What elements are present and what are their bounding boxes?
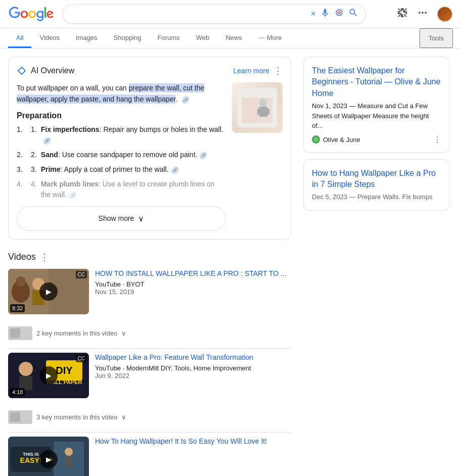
key-moments-thumb-2 bbox=[8, 410, 32, 424]
ai-overview-body: To put wallpaper on a wall, you can prep… bbox=[17, 82, 283, 231]
key-moments-thumb-1 bbox=[8, 326, 32, 340]
ai-diamond-icon bbox=[17, 66, 27, 76]
search-input[interactable]: how to put wallpaper on walls bbox=[70, 10, 306, 19]
google-logo bbox=[8, 7, 55, 22]
user-avatar[interactable] bbox=[437, 6, 453, 22]
video-duration-1: 8:32 bbox=[10, 304, 25, 312]
key-moments-label-1: 2 key moments in this video bbox=[36, 329, 117, 337]
show-more-button[interactable]: Show more ∨ bbox=[17, 206, 226, 231]
learn-more-button[interactable]: Learn more bbox=[233, 67, 269, 75]
prep-item-4-content: Mark plumb lines: Use a level to create … bbox=[41, 179, 226, 200]
preparation-list: 1. Fix imperfections: Repair any bumps o… bbox=[17, 124, 226, 200]
tab-videos[interactable]: Videos bbox=[31, 29, 68, 48]
labs-button[interactable] bbox=[396, 7, 408, 21]
more-icon: ⋯ bbox=[258, 34, 265, 41]
key-moments-chevron-2: ∨ bbox=[121, 413, 126, 421]
svg-rect-6 bbox=[257, 109, 261, 115]
prep-item-1-content: Fix imperfections: Repair any bumps or h… bbox=[41, 124, 226, 146]
main-content: AI Overview Learn more ⋮ To put wallpape… bbox=[0, 49, 461, 476]
prep-3-link-icon[interactable]: 🔗 bbox=[171, 166, 179, 174]
video-info-3: How To Hang Wallpaper! It Is So Easy You… bbox=[95, 437, 291, 476]
ai-overview-section: AI Overview Learn more ⋮ To put wallpape… bbox=[8, 57, 291, 240]
key-moments-2[interactable]: 3 key moments in this video ∨ bbox=[8, 406, 291, 428]
prep-item-4: 4. Mark plumb lines: Use a level to crea… bbox=[17, 179, 226, 200]
video-item-3: THIS IS EASY! ▶ How To Hang Wallpaper! I… bbox=[8, 437, 291, 476]
svg-rect-15 bbox=[10, 328, 20, 338]
prep-item-1: 1. Fix imperfections: Repair any bumps o… bbox=[17, 124, 226, 146]
video-cc-badge-1: CC bbox=[76, 271, 87, 278]
video-title-3[interactable]: How To Hang Wallpaper! It Is So Easy You… bbox=[95, 437, 291, 447]
prep-2-link-icon[interactable]: 🔗 bbox=[199, 152, 207, 160]
svg-rect-7 bbox=[265, 109, 269, 115]
lens-button[interactable] bbox=[334, 8, 344, 20]
video-title-1[interactable]: HOW TO INSTALL WALLPAPER LIKE A PRO : ST… bbox=[95, 269, 291, 279]
card-1-favicon: O bbox=[312, 135, 320, 144]
ai-overview-header: AI Overview Learn more ⋮ bbox=[17, 65, 283, 76]
video-thumb-3: THIS IS EASY! ▶ bbox=[8, 437, 89, 476]
prep-4-link-icon[interactable]: 🔗 bbox=[69, 192, 77, 200]
tab-more[interactable]: ⋯ More bbox=[250, 29, 290, 48]
tab-shopping[interactable]: Shopping bbox=[106, 29, 150, 48]
result-card-1: The Easiest Wallpaper for Beginners - Tu… bbox=[303, 57, 450, 153]
tab-all[interactable]: All bbox=[8, 29, 31, 48]
svg-point-13 bbox=[16, 276, 26, 287]
result-card-2: How to Hang Wallpaper Like a Pro in 7 Si… bbox=[303, 159, 450, 211]
apps-button[interactable] bbox=[417, 7, 429, 21]
tab-forums[interactable]: Forums bbox=[150, 29, 188, 48]
prep-1-link-icon[interactable]: 🔗 bbox=[43, 137, 51, 145]
video-play-button-1[interactable]: ▶ bbox=[39, 282, 58, 301]
divider-2 bbox=[8, 432, 291, 433]
video-title-2[interactable]: Wallpaper Like a Pro: Feature Wall Trans… bbox=[95, 353, 291, 363]
search-submit-button[interactable] bbox=[348, 8, 358, 20]
video-source-2: YouTube · ModernMilt DIY, Tools, Home Im… bbox=[95, 364, 291, 372]
svg-rect-31 bbox=[65, 456, 72, 467]
ai-overview-label: AI Overview bbox=[31, 66, 74, 75]
ai-intro-text: To put wallpaper on a wall, you can prep… bbox=[17, 82, 226, 105]
tab-images[interactable]: Images bbox=[68, 29, 106, 48]
ai-overview-image bbox=[232, 82, 283, 133]
ai-more-options-button[interactable]: ⋮ bbox=[273, 65, 283, 76]
ai-intro-post: . bbox=[175, 95, 177, 103]
video-source-1: YouTube · BYOT bbox=[95, 280, 291, 288]
ai-source-link-icon[interactable]: 🔗 bbox=[181, 96, 190, 104]
card-2-title[interactable]: How to Hang Wallpaper Like a Pro in 7 Si… bbox=[312, 168, 441, 191]
card-2-snippet: Dec 5, 2023 — Prepare Walls. Fix bumps bbox=[312, 192, 441, 202]
prep-number-2: 2. bbox=[31, 150, 37, 160]
card-1-more-options-button[interactable]: ⋮ bbox=[433, 135, 441, 145]
videos-section-header: Videos ⋮ bbox=[8, 252, 291, 263]
prep-item-3-content: Prime: Apply a coat of primer to the wal… bbox=[41, 164, 179, 175]
videos-section-title: Videos bbox=[8, 252, 36, 262]
card-1-title[interactable]: The Easiest Wallpaper for Beginners - Tu… bbox=[312, 65, 441, 99]
chevron-down-icon: ∨ bbox=[138, 214, 144, 223]
videos-more-options-button[interactable]: ⋮ bbox=[40, 252, 49, 263]
ai-overview-text-area: To put wallpaper on a wall, you can prep… bbox=[17, 82, 226, 231]
search-bar[interactable]: how to put wallpaper on walls × bbox=[63, 4, 366, 24]
prep-item-2: 2. Sand: Use coarse sandpaper to remove … bbox=[17, 150, 226, 160]
svg-rect-23 bbox=[10, 412, 20, 422]
tools-button[interactable]: Tools bbox=[420, 28, 453, 48]
svg-text:EASY!: EASY! bbox=[20, 456, 42, 464]
video-date-1: Nov 15, 2019 bbox=[95, 288, 291, 296]
video-item-2: DIY WALL PAPER ▶ 4:18 CC Wallpaper Like … bbox=[8, 353, 291, 398]
prep-item-2-content: Sand: Use coarse sandpaper to remove old… bbox=[41, 150, 208, 160]
tab-news[interactable]: News bbox=[217, 29, 250, 48]
card-1-source-name: Olive & June bbox=[323, 136, 360, 144]
ai-intro-pre: To put wallpaper on a wall, you can bbox=[17, 84, 129, 92]
clear-search-button[interactable]: × bbox=[310, 9, 316, 19]
right-column: The Easiest Wallpaper for Beginners - Tu… bbox=[303, 57, 450, 476]
video-play-button-2[interactable]: ▶ bbox=[39, 366, 58, 385]
tab-web[interactable]: Web bbox=[188, 29, 218, 48]
key-moments-label-2: 3 key moments in this video bbox=[36, 413, 117, 421]
left-column: AI Overview Learn more ⋮ To put wallpape… bbox=[8, 57, 291, 476]
prep-item-3: 3. Prime: Apply a coat of primer to the … bbox=[17, 164, 226, 175]
video-play-button-3[interactable]: ▶ bbox=[39, 450, 58, 468]
card-1-source-row: O Olive & June ⋮ bbox=[312, 135, 441, 145]
divider-1 bbox=[8, 348, 291, 349]
key-moments-1[interactable]: 2 key moments in this video ∨ bbox=[8, 322, 291, 344]
voice-search-button[interactable] bbox=[320, 8, 330, 20]
video-info-1: HOW TO INSTALL WALLPAPER LIKE A PRO : ST… bbox=[95, 269, 291, 314]
header-right bbox=[396, 6, 453, 22]
prep-number-4: 4. bbox=[31, 179, 37, 189]
prep-number-3: 3. bbox=[31, 164, 37, 175]
prep-number-1: 1. bbox=[31, 124, 37, 135]
